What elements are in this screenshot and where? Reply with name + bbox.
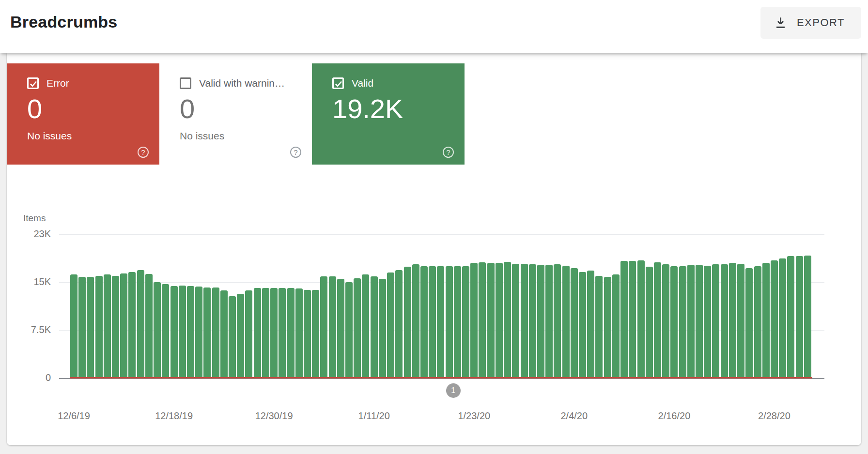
bar[interactable]: [179, 286, 186, 378]
bar[interactable]: [754, 266, 761, 378]
bar[interactable]: [362, 274, 369, 378]
bar[interactable]: [404, 267, 411, 378]
bar[interactable]: [796, 256, 803, 378]
bar[interactable]: [70, 274, 78, 378]
bar[interactable]: [420, 266, 428, 378]
bar[interactable]: [646, 267, 653, 378]
bar[interactable]: [479, 262, 486, 378]
bar[interactable]: [154, 282, 161, 378]
bar[interactable]: [203, 288, 211, 378]
help-icon[interactable]: ?: [138, 147, 149, 158]
bar[interactable]: [337, 279, 344, 378]
bar[interactable]: [229, 296, 236, 378]
bar[interactable]: [120, 273, 127, 378]
bar[interactable]: [745, 268, 753, 378]
bar[interactable]: [395, 270, 403, 378]
bar[interactable]: [604, 277, 611, 378]
valid-with-warnings-checkbox[interactable]: [180, 77, 191, 89]
bar[interactable]: [354, 278, 361, 378]
bar[interactable]: [287, 288, 294, 378]
bar[interactable]: [345, 282, 353, 378]
bar[interactable]: [112, 276, 119, 378]
bar[interactable]: [462, 266, 469, 378]
bar[interactable]: [412, 264, 419, 378]
error-card[interactable]: Error 0 No issues ?: [7, 63, 159, 165]
bar[interactable]: [104, 274, 111, 378]
bar[interactable]: [529, 264, 536, 378]
bar[interactable]: [521, 264, 528, 378]
bar[interactable]: [470, 263, 478, 378]
bar[interactable]: [545, 265, 553, 378]
bar[interactable]: [504, 262, 511, 378]
bar[interactable]: [212, 288, 219, 378]
bar[interactable]: [454, 266, 461, 378]
bar[interactable]: [779, 258, 786, 378]
bar[interactable]: [87, 277, 94, 378]
bar[interactable]: [429, 266, 436, 378]
bar[interactable]: [737, 264, 744, 378]
bar[interactable]: [329, 276, 336, 378]
bar[interactable]: [237, 294, 244, 378]
bar[interactable]: [712, 264, 719, 378]
export-button[interactable]: EXPORT: [760, 7, 861, 39]
help-icon[interactable]: ?: [443, 147, 454, 158]
bar[interactable]: [804, 256, 811, 378]
bar[interactable]: [379, 279, 386, 378]
annotation-marker[interactable]: 1: [446, 383, 461, 398]
bar[interactable]: [637, 260, 645, 378]
bar[interactable]: [620, 261, 628, 378]
bar[interactable]: [295, 288, 303, 378]
valid-with-warnings-card[interactable]: Valid with warnin… 0 No issues ?: [159, 63, 312, 165]
bar[interactable]: [487, 263, 495, 378]
bar[interactable]: [679, 266, 686, 378]
bar[interactable]: [304, 290, 311, 378]
bar[interactable]: [446, 266, 453, 378]
bar[interactable]: [571, 268, 578, 378]
bar[interactable]: [312, 290, 319, 378]
bar[interactable]: [437, 266, 444, 378]
valid-checkbox[interactable]: [332, 77, 344, 89]
bar[interactable]: [262, 288, 269, 378]
bar[interactable]: [587, 271, 594, 378]
bar[interactable]: [729, 263, 736, 378]
bar[interactable]: [220, 290, 228, 378]
bar[interactable]: [320, 276, 327, 378]
bar[interactable]: [195, 287, 202, 378]
bar[interactable]: [187, 286, 194, 378]
bar[interactable]: [512, 264, 519, 378]
bar[interactable]: [654, 262, 661, 378]
bar[interactable]: [270, 288, 278, 378]
bar[interactable]: [704, 266, 711, 378]
error-checkbox[interactable]: [27, 77, 39, 89]
bar[interactable]: [721, 264, 728, 378]
bar[interactable]: [162, 284, 169, 378]
bar[interactable]: [662, 264, 669, 378]
valid-card[interactable]: Valid 19.2K ?: [312, 63, 465, 165]
bar[interactable]: [629, 261, 636, 378]
bar[interactable]: [137, 270, 144, 378]
bar[interactable]: [170, 286, 178, 378]
bar[interactable]: [387, 272, 394, 378]
bar[interactable]: [78, 277, 86, 378]
bar[interactable]: [554, 264, 561, 378]
bar[interactable]: [762, 263, 770, 378]
bar[interactable]: [254, 288, 261, 378]
bar[interactable]: [537, 265, 544, 378]
bar[interactable]: [145, 274, 153, 378]
bar[interactable]: [696, 265, 703, 378]
bar[interactable]: [612, 274, 620, 378]
bar[interactable]: [279, 288, 286, 378]
bar[interactable]: [245, 290, 252, 378]
bar[interactable]: [371, 276, 378, 378]
bar[interactable]: [496, 263, 503, 378]
help-icon[interactable]: ?: [290, 147, 301, 158]
bar[interactable]: [787, 256, 794, 378]
bar[interactable]: [95, 276, 103, 378]
bar[interactable]: [579, 272, 586, 378]
bar[interactable]: [771, 260, 778, 378]
bar[interactable]: [128, 272, 136, 378]
bar[interactable]: [595, 276, 603, 378]
bar-plot[interactable]: [70, 234, 812, 378]
bar[interactable]: [687, 265, 695, 378]
bar[interactable]: [562, 266, 570, 378]
